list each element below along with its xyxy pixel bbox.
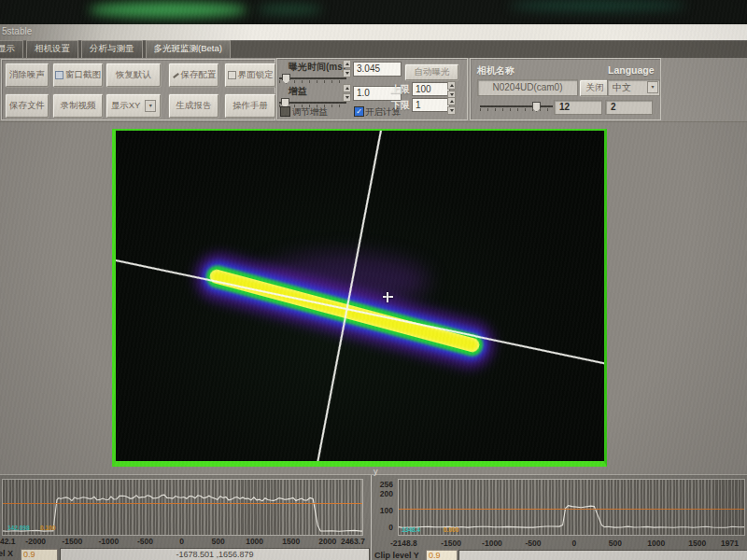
exposure-time-input[interactable]: [353, 62, 402, 77]
y-clip-level-input[interactable]: [426, 550, 458, 560]
x-profile-trace: [3, 480, 362, 535]
tab-4[interactable]: 多光斑监测(Beta): [146, 40, 231, 58]
tab-2[interactable]: 相机设置: [26, 40, 78, 58]
tab-bar: 显示相机设置分析与测量多光斑监测(Beta): [0, 41, 747, 59]
upper-limit-label: 上限: [391, 83, 410, 96]
adjust-gain-label: 调节增益: [292, 106, 328, 119]
close-camera-label: 关闭: [586, 82, 604, 94]
y-clip-level-label: Clip level Y: [374, 551, 419, 560]
camera-slider[interactable]: [480, 102, 553, 111]
camera-group: 相机名称 N0204UD(cam0) 关闭 Language 中文 ▾ 12 2: [470, 58, 661, 120]
button-label: 显示XY: [111, 100, 141, 112]
toolbar-button-操作手册[interactable]: 操作手册: [224, 93, 276, 119]
toolbar-button-录制视频[interactable]: 录制视频: [52, 93, 104, 119]
exposure-time-slider[interactable]: [279, 74, 346, 83]
upper-limit-input[interactable]: [412, 82, 450, 96]
toolbar-button-保存配置[interactable]: 保存配置: [168, 63, 219, 88]
y-axis-tick-label: 0: [376, 523, 393, 532]
checkbox-icon: [228, 71, 236, 79]
button-label: 恢复默认: [116, 69, 151, 81]
lower-limit-input[interactable]: [412, 98, 450, 112]
enable-calc-checkbox[interactable]: ✓: [354, 106, 364, 117]
toolbar-button-显示XY[interactable]: 显示XY▾: [106, 93, 162, 119]
toolbar-button-生成报告[interactable]: 生成报告: [168, 93, 219, 119]
axis-tick-label: 1000: [647, 539, 665, 548]
tabs: 显示相机设置分析与测量多光斑监测(Beta): [0, 39, 232, 58]
tab-1[interactable]: 显示: [0, 40, 23, 58]
toolbar-button-界面锁定[interactable]: 界面锁定: [224, 63, 276, 88]
auto-exposure-label: 自动曝光: [415, 66, 450, 78]
axis-tick-label: -1000: [482, 539, 502, 548]
camera-image-view[interactable]: [112, 129, 607, 467]
exposure-group: 曝光时间(ms) 增益 调节增益 ✓ 开启计算 自动曝光 上限 下限: [276, 58, 468, 120]
button-panel: 消除噪声窗口截图恢复默认保存配置界面锁定保存文件录制视频显示XY▾生成报告操作手…: [1, 59, 275, 120]
green-reflection-blob: [89, 2, 247, 18]
axis-tick-label: -2148.8: [390, 539, 417, 548]
language-label: Language: [608, 64, 655, 76]
x-profile-plot[interactable]: 142.098 0.100: [2, 479, 363, 536]
gain-label: 增益: [289, 85, 307, 98]
screenshot-icon: [55, 71, 63, 79]
exposure-time-label: 曝光时间(ms): [289, 61, 345, 74]
button-label: 录制视频: [61, 100, 96, 112]
button-label: 界面锁定: [238, 69, 274, 81]
x-overlay-readout-orange: 0.100: [40, 525, 55, 531]
camera-name-label: 相机名称: [477, 64, 514, 77]
toolbar-button-窗口截图[interactable]: 窗口截图: [52, 63, 104, 88]
lower-limit-spinner[interactable]: [447, 97, 456, 115]
window-title: 5stable: [2, 26, 32, 36]
green-reflection-blob: [257, 5, 322, 14]
y-axis-tick-label: 256: [376, 480, 393, 489]
axis-tick-label: 1500: [688, 539, 706, 548]
profile-plots-panel: 142.098 0.100 42.1-2000-1500-1000-500050…: [0, 474, 747, 560]
button-label: 消除噪声: [9, 69, 45, 81]
y-overlay-readout-teal: 1348.4: [402, 526, 420, 533]
camera-image-canvas[interactable]: [116, 131, 604, 461]
close-camera-button[interactable]: 关闭: [579, 79, 611, 97]
language-value: 中文: [613, 82, 631, 92]
pencil-icon: [172, 72, 179, 79]
adjust-gain-checkbox[interactable]: [280, 106, 290, 117]
x-width-readout-field: -1678.501 ,1656.879: [60, 548, 370, 560]
language-select[interactable]: 中文 ▾: [607, 79, 660, 96]
chevron-down-icon[interactable]: ▾: [647, 81, 658, 93]
green-reflection-blob: [509, 0, 686, 11]
x-clip-level-line: [3, 503, 362, 505]
toolbar-button-恢复默认[interactable]: 恢复默认: [106, 63, 162, 88]
y-axis-tick-label: 200: [376, 489, 393, 498]
tab-3[interactable]: 分析与测量: [81, 40, 143, 58]
y-axis-title: y: [374, 467, 378, 476]
button-label: 生成报告: [176, 100, 212, 112]
axis-tick-label: -1500: [441, 539, 461, 548]
photo-background: [0, 0, 747, 24]
y-clip-level-line: [399, 509, 744, 511]
axis-tick-label: 1971: [721, 539, 739, 548]
camera-value2-field: 2: [605, 100, 653, 115]
button-label: 操作手册: [233, 100, 268, 112]
axis-tick-label: -500: [525, 539, 541, 548]
dropdown-icon[interactable]: ▾: [145, 100, 156, 112]
toolbar-button-消除噪声[interactable]: 消除噪声: [5, 63, 49, 88]
y-axis-tick-label: 100: [376, 506, 393, 515]
toolbar-button-保存文件[interactable]: 保存文件: [5, 93, 49, 119]
axis-tick-label: 500: [609, 539, 622, 548]
x-overlay-readout-teal: 142.098: [7, 525, 30, 531]
button-label: 窗口截图: [65, 69, 101, 81]
auto-exposure-button[interactable]: 自动曝光: [404, 63, 459, 81]
camera-value1-field: 12: [554, 100, 602, 115]
x-clip-level-input[interactable]: [21, 549, 58, 560]
lower-limit-label: 下限: [391, 99, 410, 112]
camera-name-field: N0204UD(cam0): [477, 79, 578, 96]
button-label: 保存配置: [181, 69, 217, 81]
button-label: 保存文件: [9, 100, 45, 112]
axis-tick-label: 0: [572, 539, 577, 548]
x-clip-level-label: Clip level X: [0, 549, 22, 558]
y-overlay-readout-orange: 0.000: [444, 526, 458, 533]
y-width-readout-field: [458, 550, 747, 560]
y-profile-plot[interactable]: 1348.4 0.000: [398, 479, 745, 536]
y-axis-ticks: -2148.8-1500-1000-5000500100015001971: [0, 539, 747, 549]
toolbar: 消除噪声窗口截图恢复默认保存配置界面锁定保存文件录制视频显示XY▾生成报告操作手…: [0, 58, 747, 122]
